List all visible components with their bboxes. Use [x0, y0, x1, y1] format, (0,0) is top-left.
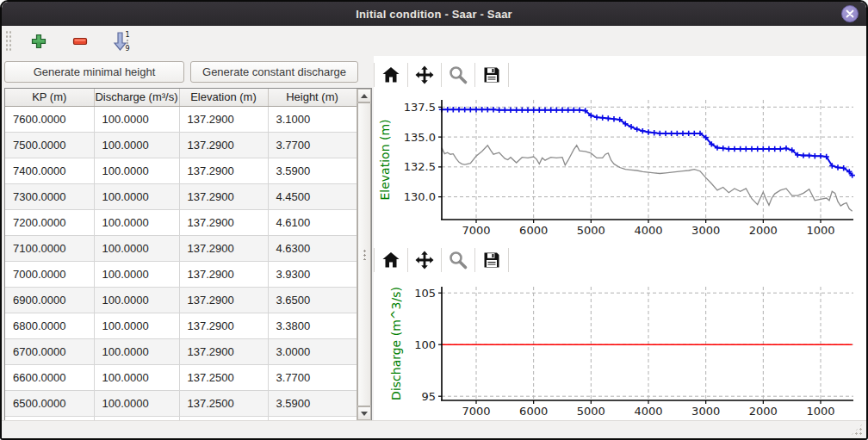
table-cell[interactable]: 137.2900	[179, 106, 268, 132]
x-tick-label: 6000	[519, 405, 548, 418]
x-tick-label: 6000	[519, 224, 548, 237]
header-kp[interactable]: KP (m)	[5, 89, 94, 106]
toolbar-drag-handle[interactable]	[5, 30, 12, 53]
table-row[interactable]: 7100.0000100.0000137.29004.6300	[5, 235, 356, 261]
table-cell[interactable]: 6500.0000	[5, 390, 94, 416]
table-row[interactable]: 6700.0000100.0000137.29003.0000	[5, 338, 356, 364]
table-cell[interactable]: 6700.0000	[5, 338, 94, 364]
scroll-down-button[interactable]	[357, 406, 371, 420]
table-cell[interactable]: 6900.0000	[5, 287, 94, 313]
discharge-chart[interactable]: 700060005000400030002000100010510095Disc…	[375, 278, 865, 421]
table-cell[interactable]: 3.7700	[268, 132, 356, 158]
remove-row-button[interactable]	[65, 28, 95, 54]
table-cell[interactable]: 100.0000	[94, 287, 179, 313]
table-row[interactable]: 6900.0000100.0000137.29003.6500	[5, 287, 356, 313]
scroll-up-icon	[361, 94, 368, 98]
y-axis-label: Elevation (m)	[378, 119, 392, 200]
home-icon	[381, 250, 401, 270]
table-row[interactable]: 7400.0000100.0000137.29003.5900	[5, 158, 356, 183]
table-row[interactable]: 7200.0000100.0000137.29004.6100	[5, 209, 356, 235]
table-cell[interactable]: 4.4500	[268, 183, 356, 209]
table-cell[interactable]: 7000.0000	[5, 261, 94, 287]
table-cell[interactable]: 7300.0000	[5, 183, 94, 209]
table-cell[interactable]: 7500.0000	[5, 132, 94, 158]
table-cell[interactable]: 7200.0000	[5, 209, 94, 235]
table-cell[interactable]: 6800.0000	[5, 313, 94, 338]
table-cell[interactable]: 3.7700	[268, 364, 356, 390]
table-cell[interactable]: 100.0000	[94, 390, 179, 416]
pan-icon	[414, 65, 435, 85]
resize-grip[interactable]	[851, 424, 863, 436]
table-row[interactable]: 7500.0000100.0000137.29003.7700	[5, 132, 356, 158]
table-row[interactable]: 6600.0000100.0000137.25003.7700	[5, 364, 356, 390]
table-cell[interactable]: 4.6300	[268, 235, 356, 261]
table-cell[interactable]: 6600.0000	[5, 364, 94, 390]
x-tick-label: 5000	[577, 405, 605, 418]
titlebar[interactable]: Initial condition - Saar - Saar	[2, 2, 866, 26]
table-row[interactable]: 7000.0000100.0000137.29003.9300	[5, 261, 356, 287]
pan-button[interactable]	[408, 245, 441, 276]
table-cell[interactable]: 100.0000	[94, 132, 179, 158]
elevation-chart[interactable]: 7000600050004000300020001000137.5135.013…	[375, 95, 865, 241]
table-cell[interactable]: 137.2900	[179, 338, 268, 364]
header-elevation[interactable]: Elevation (m)	[179, 89, 268, 106]
table-cell[interactable]: 100.0000	[94, 364, 179, 390]
table-cell[interactable]: 137.2900	[179, 287, 268, 313]
generate-constant-discharge-button[interactable]: Generate constant discharge	[190, 61, 358, 83]
table-cell[interactable]: 3.6500	[268, 287, 356, 313]
y-tick-label: 105	[414, 287, 436, 300]
generate-minimal-height-button[interactable]: Generate minimal height	[4, 61, 184, 83]
header-discharge[interactable]: Discharge (m³/s)	[94, 89, 179, 106]
add-row-button[interactable]	[24, 28, 53, 54]
home-button[interactable]	[375, 59, 407, 90]
table-cell[interactable]: 7400.0000	[5, 158, 94, 183]
pan-button[interactable]	[408, 59, 441, 90]
zoom-button[interactable]	[442, 245, 474, 276]
table-cell[interactable]: 100.0000	[94, 183, 179, 209]
save-button[interactable]	[475, 245, 508, 276]
toolbar-separator	[508, 63, 509, 87]
table-cell[interactable]: 100.0000	[94, 209, 179, 235]
zoom-button[interactable]	[442, 59, 474, 90]
table-cell[interactable]: 100.0000	[94, 261, 179, 287]
table-cell[interactable]: 100.0000	[94, 158, 179, 183]
table-cell[interactable]: 3.0000	[268, 338, 356, 364]
table-cell[interactable]: 137.2900	[179, 132, 268, 158]
table-cell[interactable]: 7100.0000	[5, 235, 94, 261]
scroll-up-button[interactable]	[357, 89, 371, 102]
close-button[interactable]	[841, 5, 859, 22]
save-button[interactable]	[475, 59, 508, 90]
table-row[interactable]: 7600.0000100.0000137.29003.1000	[5, 106, 356, 132]
table-cell[interactable]: 100.0000	[94, 313, 179, 338]
header-height[interactable]: Height (m)	[268, 89, 356, 106]
home-button[interactable]	[375, 245, 407, 276]
table-cell[interactable]: 137.2900	[179, 183, 268, 209]
sort-rows-button[interactable]: 1 9	[107, 28, 136, 54]
table-cell[interactable]: 100.0000	[94, 235, 179, 261]
table-cell[interactable]: 100.0000	[94, 338, 179, 364]
table-cell[interactable]: 3.5900	[268, 158, 356, 183]
x-tick-label: 4000	[634, 224, 662, 237]
zoom-magnifier-icon	[448, 65, 468, 85]
table-row[interactable]: 7300.0000100.0000137.29004.4500	[5, 183, 356, 209]
table-cell[interactable]: 137.2500	[179, 390, 268, 416]
pan-icon	[414, 250, 435, 270]
table-cell[interactable]: 137.2900	[179, 209, 268, 235]
table-cell[interactable]: 3.1000	[268, 106, 356, 132]
table-cell[interactable]: 3.3800	[268, 313, 356, 338]
table-cell[interactable]: 4.6100	[268, 209, 356, 235]
table-cell[interactable]: 137.2500	[179, 364, 268, 390]
table-cell[interactable]: 137.2900	[179, 313, 268, 338]
table-scrollbar[interactable]	[356, 89, 371, 420]
table-cell[interactable]: 137.2900	[179, 235, 268, 261]
table-cell[interactable]: 3.9300	[268, 261, 356, 287]
scrollbar-thumb[interactable]	[357, 102, 371, 406]
table-cell[interactable]: 3.5900	[268, 390, 356, 416]
table-cell[interactable]: 7600.0000	[5, 106, 94, 132]
table-header-row: KP (m) Discharge (m³/s) Elevation (m) He…	[5, 89, 356, 106]
table-cell[interactable]: 137.2900	[179, 158, 268, 183]
table-row[interactable]: 6800.0000100.0000137.29003.3800	[5, 313, 356, 338]
table-row[interactable]: 6500.0000100.0000137.25003.5900	[5, 390, 356, 416]
table-cell[interactable]: 100.0000	[94, 106, 179, 132]
table-cell[interactable]: 137.2900	[179, 261, 268, 287]
